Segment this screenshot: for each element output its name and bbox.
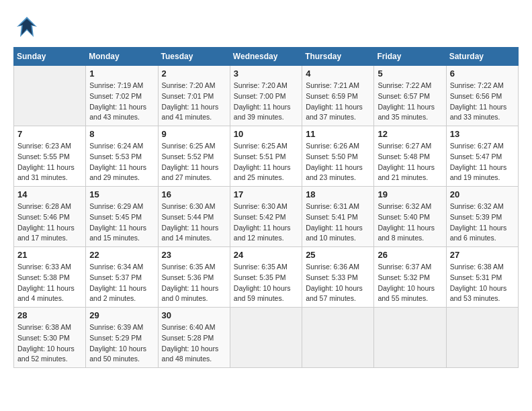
- day-number: 30: [162, 310, 226, 320]
- calendar-header: SundayMondayTuesdayWednesdayThursdayFrid…: [14, 48, 519, 66]
- day-info: Sunrise: 7:19 AM Sunset: 7:02 PM Dayligh…: [89, 81, 154, 123]
- day-info: Sunrise: 6:32 AM Sunset: 5:40 PM Dayligh…: [378, 201, 442, 244]
- day-info: Sunrise: 6:25 AM Sunset: 5:52 PM Dayligh…: [162, 141, 226, 183]
- calendar-cell: 8Sunrise: 6:24 AM Sunset: 5:53 PM Daylig…: [86, 126, 158, 187]
- week-row-4: 21Sunrise: 6:33 AM Sunset: 5:38 PM Dayli…: [14, 247, 519, 308]
- day-number: 11: [306, 129, 370, 139]
- day-number: 21: [17, 250, 82, 260]
- day-number: 6: [450, 68, 515, 79]
- calendar-cell: 19Sunrise: 6:32 AM Sunset: 5:40 PM Dayli…: [374, 187, 446, 247]
- day-info: Sunrise: 7:20 AM Sunset: 7:00 PM Dayligh…: [234, 81, 298, 123]
- day-number: 19: [378, 189, 442, 199]
- calendar-cell: 21Sunrise: 6:33 AM Sunset: 5:38 PM Dayli…: [14, 247, 86, 308]
- day-info: Sunrise: 6:27 AM Sunset: 5:48 PM Dayligh…: [378, 141, 442, 183]
- calendar-cell: 28Sunrise: 6:38 AM Sunset: 5:30 PM Dayli…: [14, 308, 86, 368]
- calendar-cell: 1Sunrise: 7:19 AM Sunset: 7:02 PM Daylig…: [86, 66, 158, 126]
- calendar-cell: 9Sunrise: 6:25 AM Sunset: 5:52 PM Daylig…: [158, 126, 230, 187]
- day-number: 15: [89, 189, 154, 199]
- calendar-cell: [14, 66, 86, 126]
- day-info: Sunrise: 6:40 AM Sunset: 5:28 PM Dayligh…: [162, 322, 226, 365]
- calendar-cell: 4Sunrise: 7:21 AM Sunset: 6:59 PM Daylig…: [302, 66, 374, 126]
- day-number: 18: [306, 189, 370, 199]
- day-number: 23: [162, 250, 226, 260]
- day-number: 22: [89, 250, 154, 260]
- day-number: 1: [89, 68, 154, 79]
- day-header-tuesday: Tuesday: [158, 48, 230, 66]
- day-info: Sunrise: 6:26 AM Sunset: 5:50 PM Dayligh…: [306, 141, 370, 183]
- calendar-cell: [230, 308, 302, 368]
- week-row-2: 7Sunrise: 6:23 AM Sunset: 5:55 PM Daylig…: [14, 126, 519, 187]
- day-info: Sunrise: 6:31 AM Sunset: 5:41 PM Dayligh…: [306, 201, 370, 244]
- calendar-cell: 6Sunrise: 7:22 AM Sunset: 6:56 PM Daylig…: [446, 66, 518, 126]
- day-number: 14: [17, 189, 82, 199]
- calendar-cell: 16Sunrise: 6:30 AM Sunset: 5:44 PM Dayli…: [158, 187, 230, 247]
- calendar-cell: 29Sunrise: 6:39 AM Sunset: 5:29 PM Dayli…: [86, 308, 158, 368]
- day-header-sunday: Sunday: [14, 48, 86, 66]
- day-info: Sunrise: 7:22 AM Sunset: 6:56 PM Dayligh…: [450, 81, 515, 123]
- calendar-cell: 22Sunrise: 6:34 AM Sunset: 5:37 PM Dayli…: [86, 247, 158, 308]
- day-info: Sunrise: 6:32 AM Sunset: 5:39 PM Dayligh…: [450, 201, 515, 244]
- day-info: Sunrise: 6:27 AM Sunset: 5:47 PM Dayligh…: [450, 141, 515, 183]
- day-info: Sunrise: 6:36 AM Sunset: 5:33 PM Dayligh…: [306, 262, 370, 304]
- week-row-3: 14Sunrise: 6:28 AM Sunset: 5:46 PM Dayli…: [14, 187, 519, 247]
- day-info: Sunrise: 6:38 AM Sunset: 5:30 PM Dayligh…: [17, 322, 82, 365]
- day-header-saturday: Saturday: [446, 48, 518, 66]
- calendar-table: SundayMondayTuesdayWednesdayThursdayFrid…: [13, 47, 519, 368]
- day-number: 25: [306, 250, 370, 260]
- calendar-cell: 5Sunrise: 7:22 AM Sunset: 6:57 PM Daylig…: [374, 66, 446, 126]
- day-number: 17: [234, 189, 298, 199]
- day-info: Sunrise: 6:34 AM Sunset: 5:37 PM Dayligh…: [89, 262, 154, 304]
- calendar-cell: 25Sunrise: 6:36 AM Sunset: 5:33 PM Dayli…: [302, 247, 374, 308]
- day-info: Sunrise: 6:24 AM Sunset: 5:53 PM Dayligh…: [89, 141, 154, 183]
- day-info: Sunrise: 6:37 AM Sunset: 5:32 PM Dayligh…: [378, 262, 442, 304]
- day-header-monday: Monday: [86, 48, 158, 66]
- logo: [13, 13, 44, 40]
- calendar-cell: 27Sunrise: 6:38 AM Sunset: 5:31 PM Dayli…: [446, 247, 518, 308]
- day-number: 13: [450, 129, 515, 139]
- day-number: 5: [378, 68, 442, 79]
- calendar-cell: 17Sunrise: 6:30 AM Sunset: 5:42 PM Dayli…: [230, 187, 302, 247]
- day-info: Sunrise: 6:25 AM Sunset: 5:51 PM Dayligh…: [234, 141, 298, 183]
- calendar-cell: [302, 308, 374, 368]
- calendar-cell: 24Sunrise: 6:35 AM Sunset: 5:35 PM Dayli…: [230, 247, 302, 308]
- calendar-body: 1Sunrise: 7:19 AM Sunset: 7:02 PM Daylig…: [14, 66, 519, 368]
- days-of-week-row: SundayMondayTuesdayWednesdayThursdayFrid…: [14, 48, 519, 66]
- page-header: [13, 13, 519, 40]
- calendar-cell: 10Sunrise: 6:25 AM Sunset: 5:51 PM Dayli…: [230, 126, 302, 187]
- day-number: 10: [234, 129, 298, 139]
- day-number: 4: [306, 68, 370, 79]
- day-info: Sunrise: 7:22 AM Sunset: 6:57 PM Dayligh…: [378, 81, 442, 123]
- calendar-cell: 15Sunrise: 6:29 AM Sunset: 5:45 PM Dayli…: [86, 187, 158, 247]
- calendar-cell: 23Sunrise: 6:35 AM Sunset: 5:36 PM Dayli…: [158, 247, 230, 308]
- day-info: Sunrise: 6:28 AM Sunset: 5:46 PM Dayligh…: [17, 201, 82, 244]
- week-row-5: 28Sunrise: 6:38 AM Sunset: 5:30 PM Dayli…: [14, 308, 519, 368]
- day-number: 20: [450, 189, 515, 199]
- day-header-wednesday: Wednesday: [230, 48, 302, 66]
- day-info: Sunrise: 6:35 AM Sunset: 5:36 PM Dayligh…: [162, 262, 226, 304]
- day-header-thursday: Thursday: [302, 48, 374, 66]
- day-info: Sunrise: 6:35 AM Sunset: 5:35 PM Dayligh…: [234, 262, 298, 304]
- day-info: Sunrise: 6:30 AM Sunset: 5:44 PM Dayligh…: [162, 201, 226, 244]
- day-info: Sunrise: 6:38 AM Sunset: 5:31 PM Dayligh…: [450, 262, 515, 304]
- day-number: 2: [162, 68, 226, 79]
- day-number: 3: [234, 68, 298, 79]
- calendar-cell: [374, 308, 446, 368]
- week-row-1: 1Sunrise: 7:19 AM Sunset: 7:02 PM Daylig…: [14, 66, 519, 126]
- day-info: Sunrise: 7:21 AM Sunset: 6:59 PM Dayligh…: [306, 81, 370, 123]
- calendar-cell: 12Sunrise: 6:27 AM Sunset: 5:48 PM Dayli…: [374, 126, 446, 187]
- day-info: Sunrise: 6:33 AM Sunset: 5:38 PM Dayligh…: [17, 262, 82, 304]
- day-info: Sunrise: 6:23 AM Sunset: 5:55 PM Dayligh…: [17, 141, 82, 183]
- day-number: 12: [378, 129, 442, 139]
- logo-icon: [13, 13, 40, 40]
- calendar-cell: 18Sunrise: 6:31 AM Sunset: 5:41 PM Dayli…: [302, 187, 374, 247]
- day-number: 16: [162, 189, 226, 199]
- day-number: 28: [17, 310, 82, 320]
- calendar-cell: 2Sunrise: 7:20 AM Sunset: 7:01 PM Daylig…: [158, 66, 230, 126]
- calendar-cell: 3Sunrise: 7:20 AM Sunset: 7:00 PM Daylig…: [230, 66, 302, 126]
- calendar-cell: 26Sunrise: 6:37 AM Sunset: 5:32 PM Dayli…: [374, 247, 446, 308]
- calendar-cell: [446, 308, 518, 368]
- day-info: Sunrise: 6:30 AM Sunset: 5:42 PM Dayligh…: [234, 201, 298, 244]
- day-header-friday: Friday: [374, 48, 446, 66]
- day-number: 8: [89, 129, 154, 139]
- day-number: 24: [234, 250, 298, 260]
